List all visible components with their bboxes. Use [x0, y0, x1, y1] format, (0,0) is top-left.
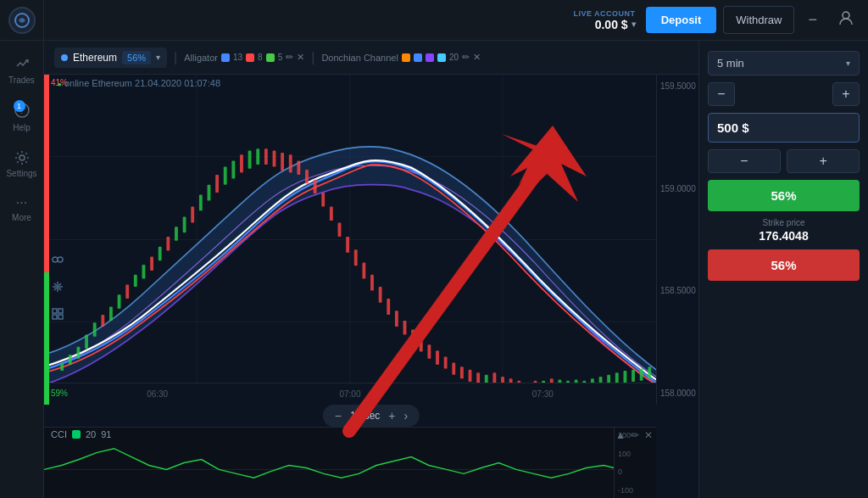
- more-label: More: [12, 213, 31, 222]
- alligator-dot1: [221, 53, 230, 62]
- sidebar-item-help[interactable]: ? 1 Help: [0, 95, 43, 139]
- svg-rect-51: [330, 207, 333, 221]
- settings-icon: [14, 149, 31, 166]
- time-forward-btn[interactable]: ›: [404, 409, 409, 422]
- amount-stepper: − +: [708, 149, 860, 173]
- alligator-close-icon[interactable]: ✕: [297, 52, 304, 63]
- cci-label: CCI: [51, 429, 67, 439]
- down-pct: 56%: [771, 258, 796, 272]
- right-panel: 5 min ▾ − + 500 $ − + 56% Strike price 1…: [698, 41, 868, 498]
- sub-chart-close-btn[interactable]: ✕: [644, 429, 653, 441]
- svg-rect-87: [623, 371, 626, 383]
- price-level-2: 159.0000: [660, 184, 695, 193]
- svg-rect-27: [134, 275, 137, 287]
- svg-rect-26: [125, 285, 129, 299]
- svg-rect-46: [289, 154, 292, 172]
- toolbar-separator: |: [174, 50, 177, 65]
- svg-rect-33: [183, 216, 186, 232]
- svg-rect-35: [199, 194, 203, 210]
- asset-dropdown-arrow[interactable]: ▾: [156, 53, 160, 62]
- svg-rect-66: [452, 362, 455, 374]
- svg-rect-44: [273, 151, 276, 167]
- price-level-3: 158.5000: [660, 286, 695, 295]
- logo-icon: [8, 7, 36, 34]
- svg-rect-60: [403, 321, 407, 335]
- donchian-dot3: [426, 53, 434, 62]
- time-selector-value: 5 min: [717, 57, 744, 70]
- toolbar-separator2: |: [311, 50, 314, 65]
- sub-chart-edit-btn[interactable]: ✏: [631, 429, 639, 441]
- live-account-section: LIVE ACCOUNT 0.00 $ ▾: [573, 9, 635, 31]
- svg-rect-39: [231, 160, 235, 178]
- up-button[interactable]: 56%: [708, 180, 860, 211]
- donchian-edit-icon[interactable]: ✏: [462, 52, 470, 63]
- time-increase-btn[interactable]: +: [388, 409, 395, 422]
- svg-rect-29: [150, 257, 153, 271]
- cci-price-2: 100: [618, 450, 653, 458]
- down-button[interactable]: 56%: [708, 249, 860, 281]
- alligator-edit-icon[interactable]: ✏: [286, 52, 293, 63]
- svg-rect-23: [101, 315, 104, 327]
- logo-button[interactable]: [0, 0, 44, 41]
- svg-rect-65: [444, 356, 448, 368]
- time-labels: 06:30 07:00 07:30: [61, 389, 639, 399]
- account-dropdown-arrow[interactable]: ▾: [632, 20, 636, 29]
- help-badge: 1: [14, 100, 25, 112]
- cci-val1: 20: [86, 429, 96, 439]
- sidebar-item-trades[interactable]: Trades: [0, 48, 43, 92]
- sidebar-item-settings[interactable]: Settings: [0, 143, 43, 185]
- svg-rect-11: [58, 315, 63, 319]
- svg-rect-67: [460, 367, 464, 378]
- cci-val2: 91: [101, 429, 111, 439]
- amount-plus-btn[interactable]: +: [787, 149, 860, 173]
- amount-input[interactable]: 500 $: [708, 113, 860, 143]
- sidebar-item-more[interactable]: ··· More: [0, 188, 43, 229]
- svg-rect-31: [166, 237, 170, 251]
- svg-rect-9: [58, 309, 63, 313]
- svg-rect-88: [632, 370, 635, 382]
- svg-rect-28: [142, 265, 146, 279]
- time-plus-btn[interactable]: +: [832, 82, 860, 106]
- alligator-label: Alligator: [184, 53, 218, 63]
- chart-canvas: [44, 75, 656, 405]
- donchian-indicator: Donchian Channel 20 ✏ ✕: [321, 52, 481, 63]
- trades-icon: [14, 54, 31, 71]
- sub-chart: CCI 20 91 ▲ ✏ ✕ 200 100 0 -100: [44, 427, 656, 498]
- svg-rect-89: [640, 369, 643, 381]
- time-minus-btn[interactable]: −: [708, 82, 735, 106]
- amount-value: 500 $: [717, 120, 749, 135]
- more-icon: ···: [16, 195, 27, 210]
- alligator-dot2: [246, 53, 254, 62]
- donchian-dot1: [402, 53, 410, 62]
- svg-rect-59: [395, 311, 398, 327]
- time-label-2: 07:00: [339, 389, 360, 399]
- alligator-indicator: Alligator 13 8 5 ✏ ✕: [184, 52, 304, 63]
- minimize-button[interactable]: −: [801, 8, 824, 32]
- sub-chart-up-btn[interactable]: ▲: [615, 429, 626, 441]
- time-decrease-btn[interactable]: −: [335, 409, 342, 422]
- sub-chart-controls: ▲ ✏ ✕: [615, 429, 653, 441]
- crosshair-tool[interactable]: [51, 280, 64, 297]
- cci-dot: [72, 430, 81, 439]
- svg-rect-63: [427, 344, 431, 359]
- trades-icon-wrap: [14, 54, 31, 73]
- user-profile-button[interactable]: [831, 6, 861, 34]
- donchian-close-icon[interactable]: ✕: [473, 52, 481, 63]
- time-control-bar: − 15 sec + ›: [323, 405, 420, 427]
- svg-rect-62: [420, 338, 423, 352]
- amount-minus-btn[interactable]: −: [708, 149, 781, 173]
- time-selector[interactable]: 5 min ▾: [708, 51, 860, 76]
- cursor-tool[interactable]: [51, 253, 64, 270]
- svg-rect-10: [53, 315, 57, 319]
- svg-rect-37: [215, 175, 219, 193]
- panel-tool[interactable]: [51, 307, 64, 324]
- asset-selector[interactable]: Ethereum 56% ▾: [54, 48, 167, 68]
- svg-rect-52: [338, 222, 342, 237]
- strike-value: 176.4048: [708, 229, 860, 243]
- up-pct: 56%: [771, 188, 796, 203]
- svg-rect-30: [159, 247, 162, 261]
- svg-rect-22: [93, 322, 97, 337]
- withdraw-button[interactable]: Withdraw: [723, 6, 794, 34]
- svg-rect-21: [85, 334, 88, 349]
- deposit-button[interactable]: Deposit: [646, 7, 717, 33]
